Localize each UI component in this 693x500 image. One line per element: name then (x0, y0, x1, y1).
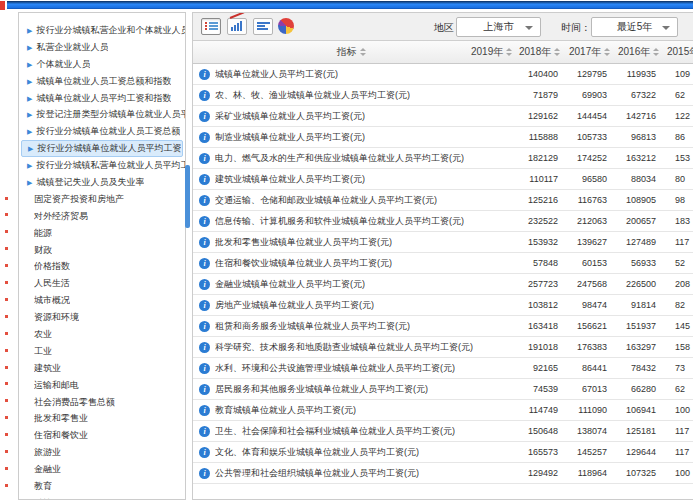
sidebar-item-label: 城镇单位就业人员工资总额和指数 (36, 75, 171, 88)
sidebar-item[interactable]: 社会消费品零售总额 (19, 394, 185, 411)
info-icon[interactable]: i (199, 132, 210, 143)
value-cell: 78432 (607, 363, 656, 373)
info-icon[interactable]: i (199, 300, 210, 311)
sidebar-item[interactable]: 旅游业 (19, 444, 185, 461)
column-header[interactable]: 2019年 (471, 41, 512, 63)
expand-arrow-icon: ▶ (27, 44, 32, 51)
toolbar: 地区： 上海市 时间： 最近5年 (193, 13, 693, 41)
sidebar-item-selected[interactable]: ▶按行业分城镇单位就业人员平均工资 (21, 140, 183, 157)
sidebar-item[interactable]: 能源 (19, 225, 185, 242)
sidebar-item[interactable]: ▶按行业分城镇单位就业人员工资总额 (19, 123, 185, 140)
sidebar-item[interactable]: 价格指数 (19, 258, 185, 275)
column-header[interactable]: 2015年 (667, 41, 693, 63)
sidebar-item[interactable]: 批发和零售业 (19, 410, 185, 427)
pie-chart-button[interactable] (277, 17, 297, 36)
value-cell: 118964 (558, 468, 607, 478)
value-cell: 92165 (509, 363, 558, 373)
table-row: i科学研究、技术服务和地质勘查业城镇单位就业人员平均工资(元)191018176… (193, 337, 693, 358)
info-icon[interactable]: i (199, 384, 210, 395)
time-select[interactable]: 最近5年 (591, 17, 678, 37)
info-icon[interactable]: i (199, 321, 210, 332)
info-icon[interactable]: i (199, 363, 210, 374)
table-row: i住宿和餐饮业城镇单位就业人员平均工资(元)57848601535693352 (193, 253, 693, 274)
sidebar-item[interactable]: ▶个体就业人员 (19, 56, 185, 73)
list-view-button[interactable] (201, 18, 221, 35)
indicator-label: 教育城镇单位就业人员平均工资(元) (215, 404, 356, 417)
info-icon[interactable]: i (199, 111, 210, 122)
sidebar-item[interactable]: 工业 (19, 343, 185, 360)
value-cell: 125181 (607, 426, 656, 436)
sidebar-item[interactable]: 城市概况 (19, 292, 185, 309)
info-icon[interactable]: i (199, 90, 210, 101)
value-cell: 57848 (509, 258, 558, 268)
sidebar-item[interactable]: 农业 (19, 326, 185, 343)
table-body: i城镇单位就业人员平均工资(元)140400129795119935109i农、… (193, 64, 693, 484)
value-cell: 212063 (558, 216, 607, 226)
info-icon[interactable]: i (199, 447, 210, 458)
info-icon[interactable]: i (199, 195, 210, 206)
sidebar-item-label: 按行业分城镇私营单位就业人员平均工资 (36, 159, 185, 172)
sidebar-scrollbar-thumb[interactable] (185, 165, 190, 228)
column-header-label: 2018年 (519, 45, 551, 59)
sidebar-item[interactable]: 科技 (19, 495, 185, 500)
value-cell: 125216 (509, 195, 558, 205)
table-row: i批发和零售业城镇单位就业人员平均工资(元)153932139627127489… (193, 232, 693, 253)
sidebar-item-label: 私营企业就业人员 (36, 41, 108, 54)
value-cell: 103812 (509, 300, 558, 310)
sidebar-item[interactable]: ▶城镇单位就业人员平均工资和指数 (19, 90, 185, 107)
info-icon[interactable]: i (199, 279, 210, 290)
sidebar-item[interactable]: 运输和邮电 (19, 377, 185, 394)
indicator-cell: i信息传输、计算机服务和软件业城镇单位就业人员平均工资(元) (193, 215, 509, 228)
value-cell: 115888 (509, 132, 558, 142)
info-icon[interactable]: i (199, 153, 210, 164)
sidebar-item[interactable]: 人民生活 (19, 275, 185, 292)
sidebar-item[interactable]: 财政 (19, 242, 185, 259)
sidebar-item[interactable]: ▶按登记注册类型分城镇单位就业人员平均工资 (19, 106, 185, 123)
info-icon[interactable]: i (199, 342, 210, 353)
sidebar-item[interactable]: ▶按行业分城镇私营单位就业人员平均工资 (19, 157, 185, 174)
indicator-cell: i科学研究、技术服务和地质勘查业城镇单位就业人员平均工资(元) (193, 341, 509, 354)
sidebar-item-label: 社会消费品零售总额 (34, 396, 115, 409)
time-label: 时间： (561, 21, 591, 35)
info-icon[interactable]: i (199, 237, 210, 248)
region-select[interactable]: 上海市 (456, 17, 541, 37)
sidebar-item[interactable]: ▶按行业分城镇私营企业和个体就业人员 (19, 22, 185, 39)
sidebar-item[interactable]: 建筑业 (19, 360, 185, 377)
sidebar-item[interactable]: 资源和环境 (19, 309, 185, 326)
info-icon[interactable]: i (199, 468, 210, 479)
bar-chart-button[interactable] (253, 18, 273, 35)
value-cell: 153932 (509, 237, 558, 247)
column-header[interactable]: 2018年 (519, 41, 560, 63)
sidebar-item[interactable]: 金融业 (19, 461, 185, 478)
value-cell: 150648 (509, 426, 558, 436)
info-icon[interactable]: i (199, 405, 210, 416)
info-icon[interactable]: i (199, 69, 210, 80)
sidebar-bullet-icon (5, 366, 8, 369)
sidebar-item-label: 旅游业 (34, 446, 61, 459)
sidebar-item[interactable]: ▶城镇单位就业人员工资总额和指数 (19, 73, 185, 90)
column-chart-button[interactable] (227, 18, 247, 35)
sidebar-item-label: 按行业分城镇私营企业和个体就业人员 (36, 24, 185, 37)
info-icon[interactable]: i (199, 174, 210, 185)
info-icon[interactable]: i (199, 258, 210, 269)
value-cell: 153 (656, 153, 693, 163)
sidebar-item[interactable]: 住宿和餐饮业 (19, 427, 185, 444)
sidebar-item[interactable]: ▶私营企业就业人员 (19, 39, 185, 56)
value-cell: 182129 (509, 153, 558, 163)
column-header[interactable]: 2017年 (569, 41, 610, 63)
indicator-cell: i农、林、牧、渔业城镇单位就业人员平均工资(元) (193, 89, 509, 102)
sidebar-bullet-icon (5, 264, 8, 267)
column-header[interactable]: 2016年 (618, 41, 659, 63)
value-cell: 88034 (607, 174, 656, 184)
sidebar-item[interactable]: ▶城镇登记失业人员及失业率 (19, 174, 185, 191)
info-icon[interactable]: i (199, 426, 210, 437)
sidebar-item[interactable]: 对外经济贸易 (19, 208, 185, 225)
info-icon[interactable]: i (199, 216, 210, 227)
value-cell: 116763 (558, 195, 607, 205)
sidebar-item[interactable]: 教育 (19, 478, 185, 495)
column-header[interactable]: 指标 (193, 41, 509, 63)
sidebar-bullet-icon (5, 230, 8, 233)
expand-arrow-icon: ▶ (27, 61, 32, 68)
sidebar-bullet-icon (5, 416, 8, 419)
sidebar-item[interactable]: 固定资产投资和房地产 (19, 191, 185, 208)
